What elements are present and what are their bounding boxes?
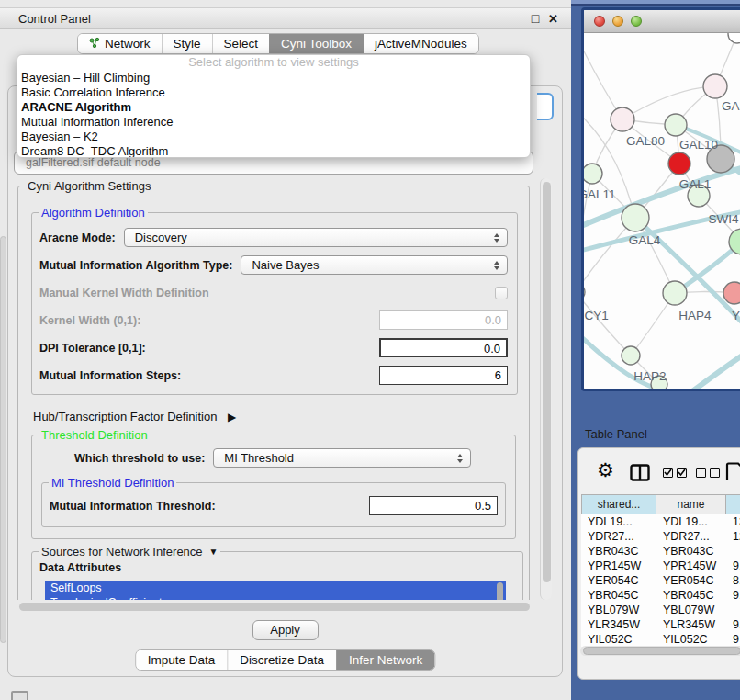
left-edge-divider[interactable] xyxy=(0,236,6,643)
table-cell xyxy=(726,603,740,617)
network-node[interactable] xyxy=(622,346,640,365)
vertical-scrollbar-thumb[interactable] xyxy=(543,182,551,582)
network-icon xyxy=(89,37,100,51)
table-cell: YLR345W xyxy=(581,617,656,632)
table-cell: YDL19... xyxy=(656,514,726,529)
tab-network[interactable]: Network xyxy=(78,34,162,53)
collapsed-panel-icon[interactable] xyxy=(11,691,28,700)
column-header[interactable]: shared... xyxy=(581,494,656,514)
column-header[interactable]: name xyxy=(656,494,726,514)
minimize-traffic-light-icon[interactable] xyxy=(612,16,623,27)
collapse-down-icon[interactable]: ▼ xyxy=(209,547,219,557)
table-horizontal-scrollbar[interactable] xyxy=(580,646,740,656)
table-cell: 9. xyxy=(726,559,740,573)
network-node[interactable] xyxy=(703,74,727,98)
tab-discretize-data[interactable]: Discretize Data xyxy=(227,650,336,670)
table-row[interactable]: YER054CYER054C8. xyxy=(581,573,740,588)
algorithm-option[interactable]: Bayesian – Hill Climbing xyxy=(17,71,530,85)
attribute-item[interactable]: SelfLoops xyxy=(45,581,506,595)
tab-jactivemnodules[interactable]: jActiveMNodules xyxy=(363,34,478,53)
mi-threshold-input[interactable]: 0.5 xyxy=(369,496,498,515)
desktop-top-line xyxy=(571,4,740,6)
tab-cyni-toolbox[interactable]: Cyni Toolbox xyxy=(269,34,363,53)
network-node[interactable] xyxy=(622,204,649,231)
network-canvas[interactable]: GALGAL80GAL10GAL1GAL11SWI4GAL4GCY1HAP4YH… xyxy=(584,33,740,389)
algorithm-option[interactable]: Mutual Information Inference xyxy=(17,115,530,130)
gear-icon[interactable]: ⚙ xyxy=(597,459,614,481)
float-window-icon[interactable]: □ xyxy=(532,11,539,26)
mi-algorithm-type-select[interactable]: Naive Bayes xyxy=(241,255,508,275)
settings-horizontal-scrollbar[interactable] xyxy=(16,602,538,613)
network-node[interactable] xyxy=(728,33,740,43)
table-row[interactable]: YIL052CYIL052C9 xyxy=(581,632,740,647)
attributes-scrollbar-thumb[interactable] xyxy=(497,582,503,600)
table-cell: YPR145W xyxy=(656,559,726,573)
zoom-traffic-light-icon[interactable] xyxy=(631,16,642,27)
tab-select[interactable]: Select xyxy=(212,34,270,53)
mi-steps-input[interactable]: 6 xyxy=(379,366,508,385)
table-body: YDL19...YDL19...13YDR27...YDR27...12YBR0… xyxy=(581,514,740,647)
network-view-window[interactable]: GALGAL80GAL10GAL1GAL11SWI4GAL4GCY1HAP4YH… xyxy=(581,7,740,391)
tab-infer-network[interactable]: Infer Network xyxy=(336,650,434,670)
tab-style[interactable]: Style xyxy=(162,34,212,53)
network-node[interactable] xyxy=(665,114,687,136)
algorithm-option[interactable]: ARACNE Algorithm xyxy=(17,100,530,115)
mi-steps-label: Mutual Information Steps: xyxy=(39,369,181,382)
network-node[interactable] xyxy=(611,107,634,131)
manual-kernel-width-checkbox[interactable] xyxy=(495,287,508,299)
apply-button[interactable]: Apply xyxy=(252,620,319,640)
horizontal-scrollbar-thumb[interactable] xyxy=(19,603,530,611)
unchecked-checkbox-icon[interactable] xyxy=(710,468,720,478)
close-traffic-light-icon[interactable] xyxy=(594,16,605,27)
algorithm-option[interactable]: Basic Correlation Inference xyxy=(17,85,530,100)
table-row[interactable]: YBL079WYBL079W xyxy=(581,603,740,617)
close-icon[interactable]: ✕ xyxy=(548,12,558,26)
tab-impute-data[interactable]: Impute Data xyxy=(136,650,228,670)
control-panel-title: Control Panel xyxy=(18,12,91,26)
node-label: HAP2 xyxy=(633,369,666,383)
dpi-tolerance-input[interactable]: 0.0 xyxy=(379,338,508,357)
algorithm-option[interactable]: Dream8 DC_TDC Algorithm xyxy=(17,144,530,158)
checked-checkbox-icon[interactable] xyxy=(677,468,687,478)
kernel-width-input[interactable]: 0.0 xyxy=(379,310,508,330)
settings-vertical-scrollbar[interactable] xyxy=(540,178,552,600)
algorithm-option[interactable]: Bayesian – K2 xyxy=(17,130,530,144)
network-node[interactable] xyxy=(668,152,690,175)
table-row[interactable]: YBR043CYBR043C xyxy=(581,544,740,559)
threshold-definition-title: Threshold Definition xyxy=(39,428,151,442)
table-row[interactable]: YDR27...YDR27...12 xyxy=(581,529,740,544)
table-cell: YBR043C xyxy=(581,544,656,559)
network-node[interactable] xyxy=(723,282,740,304)
data-attributes-list: SelfLoopsTopologicalCoefficientBetweenne… xyxy=(45,581,506,600)
network-window-titlebar[interactable] xyxy=(584,10,740,33)
node-label: GAL4 xyxy=(629,233,661,247)
document-icon[interactable] xyxy=(725,462,740,486)
control-panel-window: Control Panel □ ✕ Network Style xyxy=(0,0,571,680)
table-row[interactable]: YBR045CYBR045C9. xyxy=(581,588,740,603)
table-row[interactable]: YDL19...YDL19...13 xyxy=(581,514,740,529)
network-node[interactable] xyxy=(584,164,602,184)
network-node[interactable] xyxy=(663,281,687,305)
table-row[interactable]: YLR345WYLR345W9. xyxy=(581,617,740,632)
hub-transcription-factor-section[interactable]: Hub/Transcription Factor Definition ▶ xyxy=(33,410,529,423)
expand-right-icon[interactable]: ▶ xyxy=(228,411,236,423)
attribute-item[interactable]: TopologicalCoefficient xyxy=(45,595,506,600)
which-threshold-select[interactable]: MI Threshold xyxy=(213,448,471,468)
algorithm-dropdown-popup: Select algorithm to view settings Bayesi… xyxy=(17,54,531,158)
aracne-mode-select[interactable]: Discovery xyxy=(124,228,508,247)
table-cell: YBR045C xyxy=(656,588,726,603)
split-columns-icon[interactable] xyxy=(630,464,650,485)
column-header[interactable]: A xyxy=(726,494,740,514)
desktop-background: GALGAL80GAL10GAL1GAL11SWI4GAL4GCY1HAP4YH… xyxy=(571,0,740,700)
table-cell: YIL052C xyxy=(581,632,656,647)
sources-title-row[interactable]: Sources for Network Inference ▼ xyxy=(39,545,220,559)
table-row[interactable]: YPR145WYPR145W9. xyxy=(581,559,740,573)
manual-kernel-width-label: Manual Kernel Width Definition xyxy=(39,287,209,299)
focused-combo-edge[interactable] xyxy=(537,93,554,120)
checked-checkbox-icon[interactable] xyxy=(663,468,673,478)
table-cell: YER054C xyxy=(581,573,656,588)
unchecked-checkbox-icon[interactable] xyxy=(696,468,706,478)
network-node[interactable] xyxy=(584,283,585,301)
aracne-mode-label: Aracne Mode: xyxy=(39,231,116,244)
table-scrollbar-thumb[interactable] xyxy=(583,647,740,655)
